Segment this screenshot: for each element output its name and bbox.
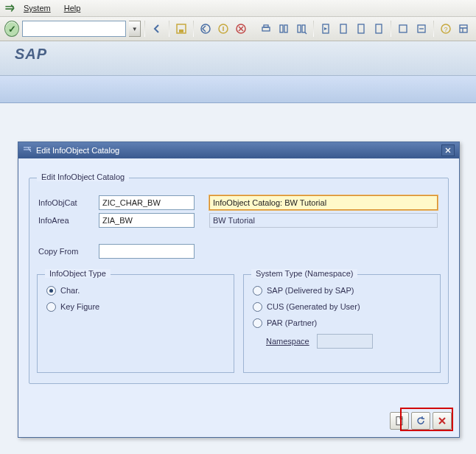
create-button[interactable]: [390, 412, 409, 430]
svg-rect-8: [284, 25, 287, 32]
first-page-icon[interactable]: [318, 20, 334, 38]
radio-keyfigure-label: Key Figure: [60, 302, 99, 311]
infoarea-input[interactable]: [99, 213, 195, 228]
back-icon[interactable]: [197, 20, 214, 38]
command-field[interactable]: [22, 21, 126, 37]
radio-sap[interactable]: SAP (Delivered by SAP): [253, 282, 431, 298]
command-field-dropdown[interactable]: ▼: [129, 21, 141, 37]
dialog-title-icon: [23, 145, 32, 156]
menu-help[interactable]: Help: [58, 2, 87, 14]
svg-rect-1: [179, 29, 183, 32]
separator: [193, 21, 194, 37]
radio-sap-icon: [253, 286, 262, 296]
copyfrom-label: Copy From: [37, 247, 99, 256]
menubar: System Help: [0, 0, 476, 17]
infoobjcat-input[interactable]: [99, 195, 195, 210]
main-field-group: Edit InfoObject Catalog InfoObjCat InfoA…: [29, 178, 449, 384]
separator: [313, 21, 314, 37]
separator: [169, 21, 169, 37]
radio-par-label: PAR (Partner): [267, 318, 317, 327]
radio-char-label: Char.: [60, 286, 80, 295]
radio-char-icon: [46, 286, 56, 296]
dialog-titlebar: Edit InfoObject Catalog: [18, 142, 459, 158]
menu-system[interactable]: System: [18, 2, 57, 14]
find-next-icon[interactable]: [293, 20, 309, 38]
radio-keyfigure[interactable]: Key Figure: [46, 298, 225, 315]
radio-cus-label: CUS (Generated by User): [267, 302, 360, 311]
radio-cus-icon: [253, 302, 262, 312]
radio-par-icon: [253, 318, 262, 328]
prev-page-icon[interactable]: [335, 20, 351, 38]
svg-rect-19: [460, 25, 467, 32]
infoarea-desc: BW Tutorial: [209, 213, 438, 228]
infoarea-label: InfoArea: [37, 216, 99, 225]
separator: [391, 21, 391, 37]
cancel-icon[interactable]: [233, 20, 249, 38]
shortcut-icon[interactable]: [413, 20, 430, 38]
infoobject-type-label: InfoObject Type: [45, 269, 111, 278]
save-button[interactable]: [173, 20, 189, 38]
system-type-label: System Type (Namespace): [251, 269, 357, 278]
svg-rect-14: [376, 24, 382, 33]
svg-rect-15: [399, 25, 407, 32]
copyfrom-input[interactable]: [99, 244, 195, 259]
infoobject-type-group: InfoObject Type Char. Key Figure: [37, 274, 234, 373]
svg-rect-13: [358, 24, 364, 33]
back-button[interactable]: [149, 20, 165, 38]
system-type-group: System Type (Namespace) SAP (Delivered b…: [243, 274, 441, 373]
infoobjcat-desc-input[interactable]: [209, 195, 438, 210]
separator: [144, 21, 145, 37]
svg-rect-5: [262, 27, 270, 31]
radio-char[interactable]: Char.: [46, 282, 225, 298]
cancel-button[interactable]: [433, 412, 452, 430]
dialog-footer: [390, 412, 452, 430]
dialog-title-text: Edit InfoObject Catalog: [36, 146, 119, 155]
new-session-icon[interactable]: [395, 20, 411, 38]
infoobjcat-label: InfoObjCat: [37, 198, 99, 207]
edit-infoobject-catalog-dialog: Edit InfoObject Catalog Edit InfoObject …: [18, 142, 460, 438]
radio-sap-label: SAP (Delivered by SAP): [267, 286, 354, 295]
radio-par[interactable]: PAR (Partner): [253, 315, 431, 331]
svg-rect-9: [298, 25, 301, 32]
standard-toolbar: ✓ ▼ ?: [0, 17, 476, 41]
last-page-icon[interactable]: [371, 20, 387, 38]
app-subheader: [0, 76, 476, 103]
separator: [433, 21, 434, 37]
svg-rect-12: [340, 24, 346, 33]
main-group-label: Edit InfoObject Catalog: [37, 172, 129, 181]
help-icon[interactable]: ?: [438, 20, 454, 38]
svg-rect-7: [280, 25, 283, 32]
refresh-button[interactable]: [411, 412, 430, 430]
app-title: SAP: [0, 41, 476, 76]
namespace-label: Namespace: [266, 337, 309, 346]
menu-overflow-icon[interactable]: [3, 2, 16, 14]
svg-rect-6: [264, 25, 268, 27]
next-page-icon[interactable]: [353, 20, 369, 38]
radio-keyfigure-icon: [46, 302, 56, 312]
svg-text:?: ?: [444, 26, 447, 33]
namespace-input[interactable]: [317, 334, 373, 349]
print-icon[interactable]: [257, 20, 273, 38]
enter-button[interactable]: ✓: [4, 21, 19, 37]
dialog-close-button[interactable]: [441, 144, 455, 156]
find-icon[interactable]: [276, 20, 292, 38]
radio-cus[interactable]: CUS (Generated by User): [253, 298, 431, 315]
svg-rect-10: [302, 25, 305, 32]
layout-icon[interactable]: [455, 20, 472, 38]
exit-icon[interactable]: [215, 20, 231, 38]
separator: [253, 21, 254, 37]
